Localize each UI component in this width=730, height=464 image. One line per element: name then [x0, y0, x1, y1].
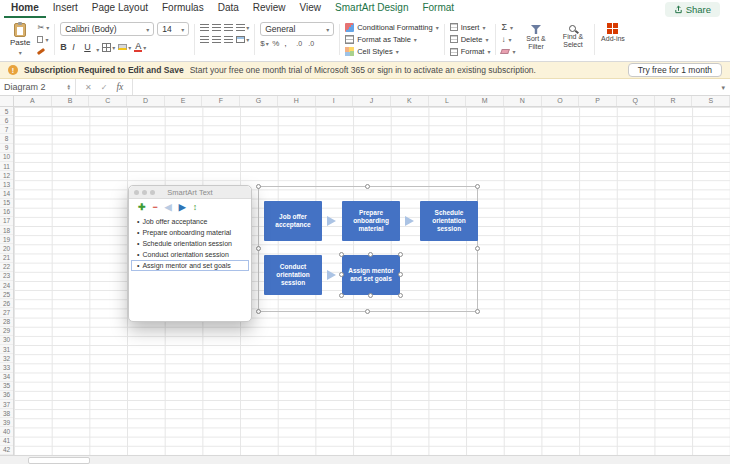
- diagram-box[interactable]: Job offer acceptance: [264, 201, 322, 241]
- tab-home[interactable]: Home: [4, 0, 46, 18]
- smartart-text-pane[interactable]: SmartArt Text ✚ − ◀ ▶ ↕ Job offer accept…: [128, 185, 252, 322]
- row-header-25[interactable]: 25: [0, 290, 13, 299]
- sort-filter-button[interactable]: Sort & Filter: [519, 22, 552, 57]
- conditional-formatting-button[interactable]: Conditional Formatting: [345, 22, 438, 32]
- selection-handle[interactable]: [339, 272, 344, 277]
- row-header-41[interactable]: 41: [0, 437, 13, 446]
- align-left-button[interactable]: [200, 36, 209, 43]
- row-header-18[interactable]: 18: [0, 226, 13, 235]
- autosum-button[interactable]: [501, 22, 515, 32]
- fill-color-button[interactable]: [118, 42, 131, 52]
- tab-smartart-design[interactable]: SmartArt Design: [328, 0, 415, 18]
- find-select-button[interactable]: Find & Select: [556, 22, 589, 57]
- addins-button[interactable]: Add-ins: [596, 20, 629, 59]
- selection-handle[interactable]: [365, 309, 370, 314]
- column-header-N[interactable]: N: [504, 96, 542, 106]
- row-header-37[interactable]: 37: [0, 400, 13, 409]
- selection-handle[interactable]: [398, 293, 403, 298]
- align-center-button[interactable]: [212, 36, 221, 43]
- smartart-text-item[interactable]: Job offer acceptance: [131, 216, 249, 227]
- row-header-8[interactable]: 8: [0, 134, 13, 143]
- diagram-box[interactable]: Schedule orientation session: [420, 201, 478, 241]
- selection-handle[interactable]: [256, 309, 261, 314]
- sheet-tab[interactable]: [28, 457, 90, 464]
- smartart-diagram-frame[interactable]: Job offer acceptancePrepare onboarding m…: [258, 186, 478, 312]
- delete-cells-button[interactable]: Delete: [450, 34, 491, 44]
- increase-decimal-button[interactable]: [296, 38, 305, 48]
- try-free-button[interactable]: Try free for 1 month: [628, 63, 722, 77]
- column-header-J[interactable]: J: [353, 96, 391, 106]
- decrease-decimal-button[interactable]: [308, 38, 317, 48]
- row-header-24[interactable]: 24: [0, 281, 13, 290]
- row-header-31[interactable]: 31: [0, 345, 13, 354]
- row-header-26[interactable]: 26: [0, 299, 13, 308]
- row-header-22[interactable]: 22: [0, 263, 13, 272]
- column-header-D[interactable]: D: [127, 96, 165, 106]
- formula-bar-collapse-button[interactable]: [716, 82, 730, 92]
- row-header-15[interactable]: 15: [0, 199, 13, 208]
- zoom-icon[interactable]: [150, 190, 155, 195]
- row-header-10[interactable]: 10: [0, 153, 13, 162]
- row-header-7[interactable]: 7: [0, 125, 13, 134]
- row-header-11[interactable]: 11: [0, 162, 13, 171]
- row-header-9[interactable]: 9: [0, 144, 13, 153]
- row-header-38[interactable]: 38: [0, 409, 13, 418]
- row-header-21[interactable]: 21: [0, 254, 13, 263]
- row-header-33[interactable]: 33: [0, 363, 13, 372]
- column-header-A[interactable]: A: [14, 96, 52, 106]
- paste-button[interactable]: Paste: [7, 22, 33, 57]
- tab-page-layout[interactable]: Page Layout: [85, 0, 155, 18]
- chevron-down-icon[interactable]: [96, 38, 99, 56]
- column-header-L[interactable]: L: [429, 96, 467, 106]
- insert-function-button[interactable]: fx: [116, 82, 123, 92]
- smartart-text-item[interactable]: Conduct orientation session: [131, 249, 249, 260]
- row-header-5[interactable]: 5: [0, 107, 13, 116]
- column-header-E[interactable]: E: [165, 96, 203, 106]
- smartart-text-item[interactable]: Assign mentor and set goals: [131, 260, 249, 271]
- row-header-16[interactable]: 16: [0, 208, 13, 217]
- font-color-button[interactable]: [134, 42, 146, 52]
- row-header-30[interactable]: 30: [0, 336, 13, 345]
- selection-handle[interactable]: [368, 293, 373, 298]
- format-cells-button[interactable]: Format: [450, 47, 491, 57]
- clear-button[interactable]: [501, 47, 515, 57]
- row-header-32[interactable]: 32: [0, 354, 13, 363]
- row-header-34[interactable]: 34: [0, 373, 13, 382]
- row-header-19[interactable]: 19: [0, 235, 13, 244]
- selection-handle[interactable]: [339, 252, 344, 257]
- percent-button[interactable]: [272, 38, 281, 48]
- column-header-M[interactable]: M: [466, 96, 504, 106]
- add-item-button[interactable]: ✚: [138, 203, 146, 212]
- merge-center-button[interactable]: [236, 34, 249, 44]
- column-header-C[interactable]: C: [89, 96, 127, 106]
- diagram-box[interactable]: Prepare onboarding material: [342, 201, 400, 241]
- column-header-F[interactable]: F: [202, 96, 240, 106]
- tab-data[interactable]: Data: [211, 0, 246, 18]
- smartart-text-item[interactable]: Schedule orientation session: [131, 238, 249, 249]
- font-size-select[interactable]: 14: [157, 22, 189, 36]
- row-header-23[interactable]: 23: [0, 272, 13, 281]
- diagram-box[interactable]: Assign mentor and set goals: [342, 255, 400, 295]
- row-header-35[interactable]: 35: [0, 382, 13, 391]
- enter-icon[interactable]: [101, 82, 108, 92]
- select-all-corner[interactable]: [0, 96, 14, 107]
- formula-input[interactable]: [133, 79, 716, 95]
- row-header-13[interactable]: 13: [0, 180, 13, 189]
- row-header-36[interactable]: 36: [0, 391, 13, 400]
- row-header-40[interactable]: 40: [0, 427, 13, 436]
- align-right-button[interactable]: [224, 36, 233, 43]
- comma-button[interactable]: [284, 38, 293, 48]
- currency-button[interactable]: [260, 38, 269, 48]
- underline-button[interactable]: U: [84, 42, 93, 52]
- smartart-text-item[interactable]: Prepare onboarding material: [131, 227, 249, 238]
- row-header-39[interactable]: 39: [0, 418, 13, 427]
- row-header-17[interactable]: 17: [0, 217, 13, 226]
- selection-handle[interactable]: [475, 184, 480, 189]
- fill-button[interactable]: [501, 34, 515, 44]
- format-painter-button[interactable]: [37, 45, 49, 57]
- diagram-box[interactable]: Conduct orientation session: [264, 255, 322, 295]
- selection-handle[interactable]: [339, 293, 344, 298]
- column-header-I[interactable]: I: [316, 96, 354, 106]
- row-header-14[interactable]: 14: [0, 189, 13, 198]
- name-box[interactable]: Diagram 2 ▲▼: [0, 79, 76, 95]
